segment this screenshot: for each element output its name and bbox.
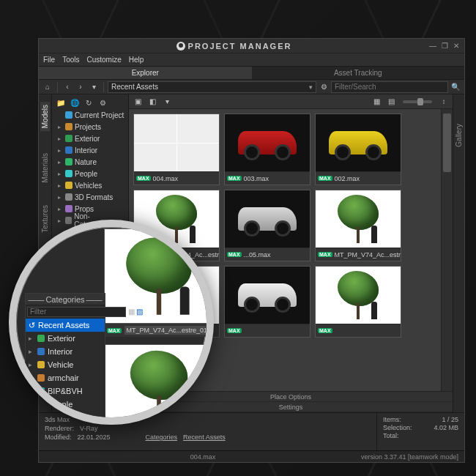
search-input[interactable] [331, 81, 448, 93]
grid-scrollbar[interactable] [441, 109, 453, 391]
thumbnail-size-slider[interactable] [403, 100, 432, 103]
footer: 004.max version 3.37.41 [teamwork mode] [39, 450, 464, 462]
recent-icon: ↺ [29, 321, 35, 330]
nav-forward[interactable]: › [75, 81, 86, 93]
tool-box-icon[interactable]: ▣ [132, 96, 144, 108]
sidebar-refresh-icon[interactable]: ↻ [83, 97, 94, 108]
tree-item[interactable]: ▸Exterior [53, 133, 127, 144]
nav-back[interactable]: ‹ [62, 81, 73, 93]
menu-file[interactable]: File [43, 56, 55, 64]
view-grid-large[interactable]: ▤ [385, 96, 397, 108]
main-tabs: Explorer Asset Tracking [39, 67, 464, 80]
tree-item[interactable]: ▸3D Formats [53, 191, 127, 203]
categories-filter-input[interactable] [27, 307, 126, 317]
tree-item[interactable]: ▸Nature [53, 156, 127, 168]
folder-icon [37, 335, 45, 342]
tab-asset-tracking[interactable]: Asset Tracking [252, 67, 465, 79]
vtab-materials[interactable]: Materials [41, 153, 49, 183]
folder-tree: Current Project ▸Projects ▸Exterior ▸Int… [52, 109, 128, 228]
category-item[interactable]: ▸armchair [26, 371, 105, 384]
filter-prefs[interactable]: ⚙ [318, 81, 330, 93]
folder-icon [37, 361, 45, 368]
link-recent-assets[interactable]: Recent Assets [183, 434, 226, 441]
settings-header[interactable]: Settings [129, 402, 453, 412]
brand-icon [176, 42, 185, 51]
footer-filename: 004.max [45, 453, 361, 461]
vtab-models[interactable]: Models [40, 102, 50, 131]
asset-thumb[interactable]: 1. MAX004.max [133, 114, 220, 185]
car-icon [238, 131, 297, 155]
folder-icon [65, 111, 72, 119]
footer-version: version 3.37.41 [teamwork mode] [361, 453, 458, 461]
link-categories[interactable]: Categories [146, 434, 178, 441]
car-icon [238, 283, 297, 307]
menu-help[interactable]: Help [129, 56, 144, 64]
app-title: PROJECT MANAGER [188, 42, 292, 51]
folder-icon [65, 158, 72, 166]
folder-icon [65, 182, 72, 189]
asset-thumb[interactable]: 1. MAX002.max [315, 114, 401, 185]
car-icon [329, 131, 387, 155]
folder-icon [65, 217, 72, 224]
menubar[interactable]: File Tools Customize Help [39, 53, 464, 67]
right-rail: Gallery [453, 94, 464, 412]
tab-explorer[interactable]: Explorer [39, 67, 252, 79]
sidebar-gear-icon[interactable]: ⚙ [97, 97, 108, 108]
nav-toolbar: ⌂ ‹ › ▾ Recent Assets ▾ ⚙ 🔍 [39, 80, 464, 94]
titlebar: PROJECT MANAGER — ❐ ✕ [39, 39, 464, 53]
tool-cube-icon[interactable]: ◧ [146, 96, 158, 108]
window-close[interactable]: ✕ [451, 41, 461, 51]
sidebar-folder-icon[interactable]: 📁 [55, 97, 67, 108]
tree-item[interactable]: ▸People [53, 168, 127, 179]
asset-thumb[interactable]: 1. MAX003.max [224, 114, 310, 185]
tree-item[interactable]: ▸Projects [53, 121, 127, 133]
window-restore[interactable]: ❐ [439, 41, 450, 51]
tool-dropdown-icon[interactable]: ▾ [161, 96, 173, 108]
magnified-caption: MAX MT_PM_V74_Ac...estre_01_04 [104, 324, 214, 337]
menu-tools[interactable]: Tools [62, 56, 79, 64]
folder-icon [65, 146, 72, 154]
breadcrumb-label: Recent Assets [111, 83, 158, 91]
app-brand: PROJECT MANAGER [42, 42, 426, 51]
chevron-down-icon: ▾ [309, 83, 313, 91]
nav-history[interactable]: ▾ [88, 81, 100, 93]
status-right: Items:1 / 25 Selection:4.02 MB Total: [376, 413, 464, 450]
search-button[interactable]: 🔍 [450, 81, 461, 93]
scrollbar-thumb[interactable] [443, 114, 451, 172]
asset-thumb[interactable]: MAX [224, 266, 310, 338]
filter-note-icon[interactable]: ▦ [127, 307, 135, 317]
sidebar-globe-icon[interactable]: 🌐 [69, 97, 81, 108]
category-item[interactable]: ▸Exterior [26, 332, 105, 345]
folder-icon [37, 387, 45, 395]
grid-toolbar: ▣ ◧ ▾ ▦ ▤ ↕ [129, 94, 453, 109]
folder-icon [37, 348, 45, 355]
home-button[interactable]: ⌂ [42, 81, 53, 93]
folder-icon [65, 205, 72, 212]
breadcrumb-dropdown[interactable]: Recent Assets ▾ [108, 81, 316, 93]
sort-button[interactable]: ↕ [438, 96, 450, 108]
vtab-textures[interactable]: Textures [41, 205, 49, 233]
category-item[interactable]: ▸Interior [26, 345, 105, 358]
separator [57, 82, 58, 92]
view-grid-small[interactable]: ▦ [371, 96, 382, 108]
format-badge: MAX [136, 176, 151, 181]
asset-thumb[interactable]: MAX [315, 266, 401, 338]
window-minimize[interactable]: — [428, 41, 438, 51]
tree-item[interactable]: ▸Vehicles [53, 179, 127, 191]
menu-customize[interactable]: Customize [86, 56, 121, 64]
category-recent-assets[interactable]: ↺ Recent Assets [26, 319, 105, 332]
folder-icon [65, 135, 72, 142]
tree-item[interactable]: Current Project [53, 109, 127, 121]
vtab-gallery[interactable]: Gallery [455, 124, 463, 147]
thumb-image [134, 114, 219, 171]
asset-thumb[interactable]: MAX...05.max [224, 190, 310, 261]
folder-icon [65, 170, 72, 177]
magnifier-highlight: MAX MT_PM_V74_Ac...estre_01_04 ——Categor… [9, 220, 214, 425]
tree-item[interactable]: ▸Interior [53, 144, 127, 156]
category-item[interactable]: ▸Vehicle [26, 358, 105, 371]
asset-thumb[interactable]: MAXMT_PM_V74_Ac...estre_01_06.ma [315, 190, 401, 261]
car-icon [238, 207, 297, 231]
categories-header[interactable]: ——Categories—— [26, 294, 105, 305]
filter-clear-icon[interactable]: ▨ [135, 307, 144, 317]
separator [103, 82, 104, 92]
